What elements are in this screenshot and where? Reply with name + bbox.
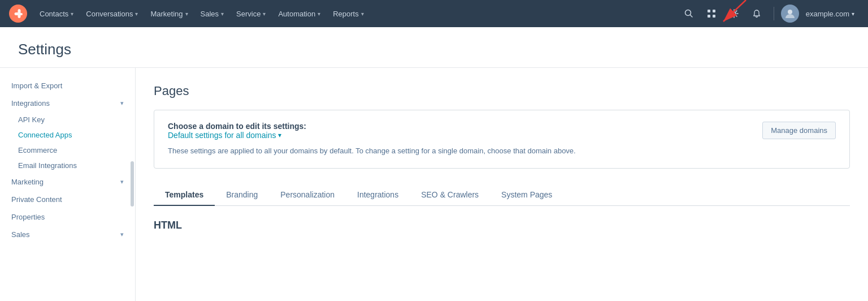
svg-rect-5: [708, 15, 710, 18]
sales-chevron-icon: ▾: [221, 11, 224, 17]
sidebar-item-sales[interactable]: Sales ▾: [0, 226, 135, 243]
page-title: Pages: [154, 84, 850, 98]
nav-reports[interactable]: Reports ▾: [327, 6, 370, 22]
notifications-icon[interactable]: [747, 3, 767, 24]
nav-sales[interactable]: Sales ▾: [195, 6, 230, 22]
html-section-title: HTML: [154, 220, 850, 231]
hubspot-logo[interactable]: [9, 5, 27, 23]
account-chevron-icon: ▾: [852, 11, 854, 17]
svg-rect-3: [708, 10, 710, 12]
search-button[interactable]: [679, 3, 699, 24]
settings-title: Settings: [18, 41, 850, 58]
account-name[interactable]: example.com ▾: [801, 6, 859, 22]
svg-line-2: [690, 15, 692, 18]
marketing-chevron-icon: ▾: [185, 11, 188, 17]
nav-service[interactable]: Service ▾: [231, 6, 271, 22]
marketplace-icon[interactable]: [701, 3, 722, 24]
main-layout: Import & Export Integrations ▾ API Key C…: [0, 68, 868, 301]
marketing-sidebar-chevron-icon: ▾: [120, 178, 124, 186]
domain-box-title: Choose a domain to edit its settings:: [168, 122, 306, 131]
nav-divider: [774, 7, 774, 20]
settings-header: Settings: [0, 27, 868, 68]
dropdown-arrow-icon: ▾: [278, 131, 281, 139]
tab-integrations[interactable]: Integrations: [346, 184, 410, 206]
reports-chevron-icon: ▾: [361, 11, 364, 17]
sidebar-item-private-content[interactable]: Private Content: [0, 191, 135, 208]
nav-conversations[interactable]: Conversations ▾: [80, 6, 144, 22]
sidebar-item-import-export[interactable]: Import & Export: [0, 77, 135, 94]
manage-domains-button[interactable]: Manage domains: [762, 122, 836, 139]
domain-settings-box: Choose a domain to edit its settings: De…: [154, 110, 850, 169]
domain-description: These settings are applied to all your d…: [168, 145, 836, 157]
tab-system-pages[interactable]: System Pages: [490, 184, 563, 206]
avatar[interactable]: [781, 5, 799, 23]
main-content: Pages Choose a domain to edit its settin…: [136, 68, 868, 301]
tab-templates[interactable]: Templates: [154, 184, 215, 206]
sidebar-item-properties[interactable]: Properties: [0, 208, 135, 226]
sidebar-item-email-integrations[interactable]: Email Integrations: [0, 158, 135, 173]
tab-seo-crawlers[interactable]: SEO & Crawlers: [410, 184, 490, 206]
contacts-chevron-icon: ▾: [71, 11, 73, 17]
nav-marketing[interactable]: Marketing ▾: [145, 6, 193, 22]
top-navigation: Contacts ▾ Conversations ▾ Marketing ▾ S…: [0, 0, 868, 27]
sidebar-item-integrations[interactable]: Integrations ▾: [0, 94, 135, 112]
service-chevron-icon: ▾: [263, 11, 266, 17]
default-domain-link[interactable]: Default settings for all domains ▾: [168, 131, 306, 140]
sales-sidebar-chevron-icon: ▾: [120, 231, 124, 238]
sidebar-scrollbar[interactable]: [131, 161, 134, 207]
svg-point-7: [732, 12, 736, 15]
nav-right-icons: example.com ▾: [679, 3, 859, 24]
automation-chevron-icon: ▾: [318, 11, 320, 17]
integrations-chevron-icon: ▾: [120, 100, 124, 107]
sidebar-item-connected-apps[interactable]: Connected Apps: [0, 127, 135, 143]
tab-personalization[interactable]: Personalization: [269, 184, 346, 206]
conversations-chevron-icon: ▾: [135, 11, 138, 17]
sidebar: Import & Export Integrations ▾ API Key C…: [0, 68, 136, 301]
sidebar-item-marketing[interactable]: Marketing ▾: [0, 173, 135, 191]
svg-point-8: [788, 10, 792, 14]
sidebar-item-ecommerce[interactable]: Ecommerce: [0, 143, 135, 158]
page-tabs: Templates Branding Personalization Integ…: [154, 184, 850, 206]
sidebar-item-api-key[interactable]: API Key: [0, 112, 135, 127]
domain-box-content: Choose a domain to edit its settings: De…: [168, 122, 306, 140]
nav-contacts[interactable]: Contacts ▾: [34, 6, 79, 22]
svg-rect-6: [713, 15, 715, 18]
nav-automation[interactable]: Automation ▾: [272, 6, 326, 22]
svg-rect-4: [713, 10, 715, 12]
domain-box-header: Choose a domain to edit its settings: De…: [168, 122, 836, 140]
nav-items: Contacts ▾ Conversations ▾ Marketing ▾ S…: [34, 6, 679, 22]
settings-icon[interactable]: [724, 3, 744, 24]
tab-branding[interactable]: Branding: [215, 184, 269, 206]
